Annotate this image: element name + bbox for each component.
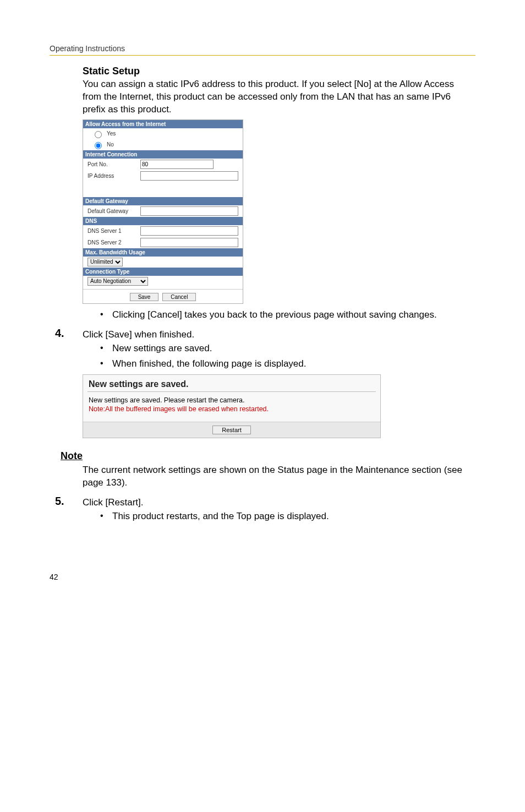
static-setup-paragraph: You can assign a static IPv6 address to …: [83, 78, 470, 116]
port-no-input[interactable]: [140, 160, 214, 169]
page-number: 42: [50, 573, 475, 581]
static-setup-heading: Static Setup: [83, 66, 475, 77]
step-4-bullet-1: New settings are saved.: [112, 342, 212, 355]
dns2-input[interactable]: [140, 238, 238, 247]
restart-button[interactable]: Restart: [212, 426, 250, 434]
step-4-number: 4.: [55, 327, 83, 340]
dialog-title: New settings are saved.: [83, 375, 380, 391]
ip-address-input[interactable]: [140, 171, 238, 181]
internet-connection-section-title: Internet Connection: [83, 150, 243, 159]
max-bandwidth-select[interactable]: Unlimited: [88, 258, 123, 266]
allow-access-no-label: No: [107, 141, 114, 148]
connection-type-section-title: Connection Type: [83, 268, 243, 276]
ipv6-settings-form: Allow Access from the Internet Yes No In…: [83, 119, 243, 304]
cancel-button[interactable]: Cancel: [162, 293, 196, 301]
save-button[interactable]: Save: [130, 293, 159, 301]
bullet-icon: •: [100, 308, 112, 320]
default-gateway-section-title: Default Gateway: [83, 197, 243, 205]
note-heading: Note: [61, 450, 475, 462]
step-5-number: 5.: [55, 495, 83, 508]
ip-address-label: IP Address: [88, 173, 137, 179]
dialog-line-2: Note:All the buffered images will be era…: [83, 405, 380, 414]
bullet-icon: •: [100, 510, 112, 522]
note-text: The current network settings are shown o…: [83, 464, 470, 489]
step-5-bullet-1: This product restarts, and the Top page …: [112, 510, 329, 523]
max-bandwidth-section-title: Max. Bandwidth Usage: [83, 248, 243, 257]
dialog-line-1: New settings are saved. Please restart t…: [83, 396, 380, 405]
dns1-input[interactable]: [140, 226, 238, 236]
dns-section-title: DNS: [83, 217, 243, 225]
step-5-text: Click [Restart].: [83, 495, 144, 509]
allow-access-section-title: Allow Access from the Internet: [83, 120, 243, 128]
cancel-note-text: Clicking [Cancel] takes you back to the …: [112, 308, 437, 321]
default-gateway-label: Default Gateway: [88, 208, 137, 214]
step-4-bullet-2: When finished, the following page is dis…: [112, 357, 307, 370]
allow-access-yes-radio[interactable]: [95, 131, 102, 138]
dns2-label: DNS Server 2: [88, 239, 137, 246]
bullet-icon: •: [100, 342, 112, 354]
allow-access-no-radio[interactable]: [95, 142, 102, 149]
allow-access-yes-label: Yes: [107, 130, 116, 137]
connection-type-select[interactable]: Auto Negotiation: [88, 277, 148, 286]
step-4-text: Click [Save] when finished.: [83, 327, 194, 341]
dns1-label: DNS Server 1: [88, 228, 137, 234]
settings-saved-dialog: New settings are saved. New settings are…: [83, 374, 381, 438]
bullet-icon: •: [100, 357, 112, 369]
default-gateway-input[interactable]: [140, 206, 238, 216]
port-no-label: Port No.: [88, 161, 137, 167]
running-header: Operating Instructions: [50, 44, 475, 56]
